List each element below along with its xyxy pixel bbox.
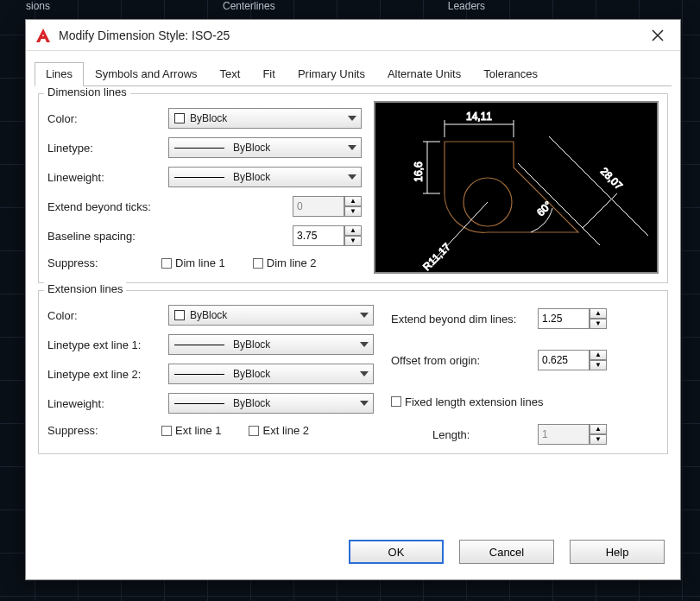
tab-fit[interactable]: Fit <box>251 62 286 86</box>
spin-down-button[interactable]: ▼ <box>590 319 607 329</box>
close-button[interactable] <box>644 22 672 49</box>
spin-up-button[interactable]: ▲ <box>590 424 607 434</box>
group-legend: Extension lines <box>44 282 126 295</box>
baseline-spacing-label: Baseline spacing: <box>47 230 168 243</box>
combo-value: ByBlock <box>233 368 270 380</box>
combo-value: ByBlock <box>190 112 227 124</box>
checkbox-label: Dim line 1 <box>175 256 225 269</box>
tabs: Lines Symbols and Arrows Text Fit Primar… <box>35 61 672 86</box>
fixed-length-checkbox[interactable]: Fixed length extension lines <box>391 395 543 408</box>
ext-lineweight-label: Lineweight: <box>47 397 168 410</box>
spin-down-button[interactable]: ▼ <box>590 360 607 370</box>
color-combo[interactable]: ByBlock <box>168 108 362 129</box>
svg-line-9 <box>549 136 648 236</box>
ribbon-item: Centerlines <box>223 0 275 16</box>
ext-color-label: Color: <box>47 309 168 322</box>
tab-alternate-units[interactable]: Alternate Units <box>376 62 472 86</box>
suppress-extline1-checkbox[interactable]: Ext line 1 <box>161 424 221 437</box>
spin-down-button[interactable]: ▼ <box>344 206 362 217</box>
ok-button[interactable]: OK <box>349 540 444 564</box>
ribbon-item: sions <box>26 0 50 16</box>
tab-symbols-arrows[interactable]: Symbols and Arrows <box>84 62 209 86</box>
ext-lineweight-combo[interactable]: ByBlock <box>168 393 374 414</box>
dimension-style-dialog: Modify Dimension Style: ISO-25 Lines Sym… <box>25 19 681 580</box>
lt-ext1-combo[interactable]: ByBlock <box>168 334 374 355</box>
linetype-combo[interactable]: ByBlock <box>168 137 362 158</box>
tab-lines[interactable]: Lines <box>35 62 84 86</box>
baseline-spacing-input[interactable] <box>293 225 344 246</box>
preview-pane: 14,11 16,6 28,07 R11,17 60° <box>374 101 659 274</box>
suppress-label: Suppress: <box>47 256 134 269</box>
cancel-button[interactable]: Cancel <box>459 540 554 564</box>
suppress-dimline1-checkbox[interactable]: Dim line 1 <box>161 256 225 269</box>
chevron-down-icon <box>348 116 356 121</box>
tab-label: Primary Units <box>298 67 365 80</box>
extend-beyond-input[interactable] <box>538 308 590 329</box>
spin-down-button[interactable]: ▼ <box>590 434 607 445</box>
lt-ext2-combo[interactable]: ByBlock <box>168 364 374 384</box>
spin-up-button[interactable]: ▲ <box>344 196 362 206</box>
extend-ticks-input <box>293 196 344 217</box>
chevron-down-icon <box>360 313 369 318</box>
preview-dim-top: 14,11 <box>466 111 492 123</box>
combo-value: ByBlock <box>190 309 227 321</box>
checkbox-icon <box>391 396 401 407</box>
extend-ticks-label: Extend beyond ticks: <box>47 200 168 213</box>
dialog-body: Dimension lines Color: ByBlock Linetype: <box>26 86 680 528</box>
checkbox-label: Ext line 1 <box>175 424 221 437</box>
color-label: Color: <box>47 112 168 125</box>
extend-beyond-label: Extend beyond dim lines: <box>391 313 538 326</box>
checkbox-icon <box>161 258 172 269</box>
tab-text[interactable]: Text <box>209 62 252 86</box>
dimension-lines-group: Dimension lines Color: ByBlock Linetype: <box>38 93 668 283</box>
combo-value: ByBlock <box>233 171 270 183</box>
chevron-down-icon <box>348 145 356 150</box>
lineweight-combo[interactable]: ByBlock <box>168 167 362 187</box>
spin-up-button[interactable]: ▲ <box>590 308 607 319</box>
color-swatch-icon <box>174 310 185 320</box>
checkbox-label: Ext line 2 <box>262 424 308 437</box>
tab-tolerances[interactable]: Tolerances <box>472 62 549 86</box>
combo-value: ByBlock <box>233 142 270 154</box>
spin-down-button[interactable]: ▼ <box>344 236 362 246</box>
extend-beyond-spinner: ▲▼ <box>538 308 607 329</box>
extension-lines-group: Extension lines Color: ByBlock Linetype … <box>38 290 668 454</box>
offset-origin-spinner: ▲▼ <box>538 350 607 370</box>
length-label: Length: <box>391 428 538 441</box>
checkbox-label: Dim line 2 <box>267 256 317 269</box>
preview-dim-right: 28,07 <box>598 165 625 192</box>
offset-origin-input[interactable] <box>538 350 590 370</box>
button-label: Cancel <box>489 546 524 559</box>
chevron-down-icon <box>360 401 369 406</box>
tab-label: Alternate Units <box>388 67 461 80</box>
offset-origin-label: Offset from origin: <box>391 354 538 367</box>
help-button[interactable]: Help <box>570 540 665 564</box>
tab-label: Symbols and Arrows <box>95 67 198 80</box>
chevron-down-icon <box>360 342 369 347</box>
length-spinner: ▲▼ <box>538 424 607 445</box>
combo-value: ByBlock <box>233 338 270 351</box>
color-swatch-icon <box>174 113 185 123</box>
combo-value: ByBlock <box>233 397 270 409</box>
checkbox-label: Fixed length extension lines <box>405 395 543 408</box>
spin-up-button[interactable]: ▲ <box>590 350 607 360</box>
spin-up-button[interactable]: ▲ <box>344 225 362 236</box>
group-legend: Dimension lines <box>44 86 130 98</box>
extend-ticks-spinner: ▲ ▼ <box>293 196 362 217</box>
checkbox-icon <box>253 258 263 269</box>
checkbox-icon <box>161 426 172 436</box>
suppress-extline2-checkbox[interactable]: Ext line 2 <box>249 424 308 437</box>
dialog-footer: OK Cancel Help <box>26 528 680 579</box>
suppress-dimline2-checkbox[interactable]: Dim line 2 <box>253 256 317 269</box>
tab-primary-units[interactable]: Primary Units <box>287 62 376 86</box>
titlebar: Modify Dimension Style: ISO-25 <box>26 20 680 51</box>
ext-color-combo[interactable]: ByBlock <box>168 305 374 326</box>
lt-ext2-label: Linetype ext line 2: <box>47 368 168 381</box>
tab-label: Text <box>220 67 241 80</box>
preview-dim-angle: 60° <box>534 199 554 218</box>
svg-line-8 <box>583 193 617 228</box>
linetype-sample-icon <box>174 374 224 375</box>
preview-dim-radius: R11,17 <box>420 241 452 273</box>
chevron-down-icon <box>360 371 369 376</box>
lineweight-sample-icon <box>174 403 224 404</box>
